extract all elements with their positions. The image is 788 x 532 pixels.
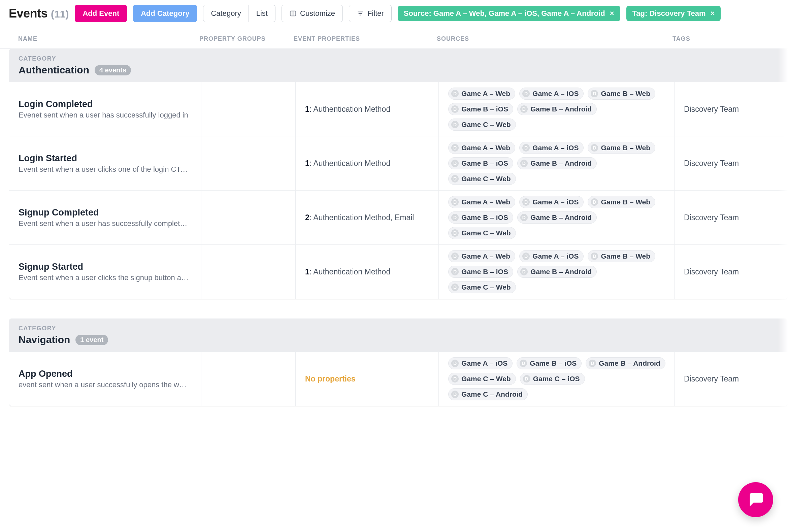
- source-chip[interactable]: DGame A – iOS: [519, 196, 584, 208]
- table-row[interactable]: Login Completed Evenet sent when a user …: [9, 82, 788, 136]
- source-badge-icon: D: [522, 198, 530, 206]
- page-title-wrap: Events (11): [9, 6, 69, 21]
- category-count-badge: 4 events: [95, 65, 131, 75]
- source-badge-icon: D: [451, 160, 459, 167]
- filter-pill-tag[interactable]: Tag: Discovery Team ×: [626, 6, 721, 21]
- source-chip[interactable]: DGame A – iOS: [519, 250, 584, 262]
- table-row[interactable]: Login Started Event sent when a user cli…: [9, 136, 788, 190]
- table-row[interactable]: App Opened event sent when a user succes…: [9, 352, 788, 406]
- view-list-button[interactable]: List: [249, 5, 275, 22]
- source-badge-icon: D: [451, 175, 459, 182]
- col-sources: Sources: [429, 35, 665, 42]
- close-icon[interactable]: ×: [711, 9, 715, 18]
- chat-icon: [747, 490, 764, 509]
- source-badge-icon: D: [451, 198, 459, 206]
- category-header[interactable]: Category Authentication 4 events: [9, 49, 788, 82]
- source-chip[interactable]: DGame C – Web: [448, 373, 516, 385]
- event-properties-text: 1: Authentication Method: [305, 267, 390, 276]
- source-badge-icon: D: [589, 360, 596, 367]
- view-category-button[interactable]: Category: [203, 5, 249, 22]
- category-header[interactable]: Category Navigation 1 event: [9, 319, 788, 352]
- source-chip-label: Game B – iOS: [530, 359, 576, 367]
- source-chip-label: Game A – iOS: [461, 359, 508, 367]
- source-chip-label: Game A – Web: [461, 144, 510, 152]
- source-chip[interactable]: DGame B – Web: [588, 142, 655, 154]
- source-badge-icon: D: [520, 105, 528, 113]
- source-badge-icon: D: [591, 144, 598, 152]
- source-chip-label: Game A – iOS: [532, 90, 578, 98]
- source-chip[interactable]: DGame B – Web: [588, 196, 655, 208]
- cell-tags: Discovery Team: [674, 245, 788, 299]
- source-badge-icon: D: [451, 375, 459, 382]
- event-name: Signup Started: [19, 262, 83, 272]
- source-chip[interactable]: DGame C – Android: [448, 388, 528, 400]
- svg-rect-0: [290, 11, 296, 16]
- source-chip[interactable]: DGame C – Web: [448, 281, 516, 293]
- customize-button[interactable]: Customize: [281, 5, 343, 22]
- source-chip[interactable]: DGame A – Web: [448, 250, 515, 262]
- event-description: Event sent when a user clicks the signup…: [19, 273, 190, 282]
- source-chip-label: Game A – Web: [461, 90, 510, 98]
- source-badge-icon: D: [522, 90, 530, 97]
- source-badge-icon: D: [522, 253, 530, 260]
- event-properties-text: 1: Authentication Method: [305, 105, 390, 114]
- tag-text: Discovery Team: [684, 267, 739, 276]
- source-chip[interactable]: DGame A – iOS: [519, 142, 584, 154]
- source-chip[interactable]: DGame B – Web: [588, 250, 655, 262]
- source-chip[interactable]: DGame B – Android: [586, 357, 665, 369]
- source-chip[interactable]: DGame A – iOS: [448, 357, 513, 369]
- source-chip-label: Game B – Web: [601, 144, 650, 152]
- source-chip[interactable]: DGame A – Web: [448, 196, 515, 208]
- event-properties-text: 2: Authentication Method, Email: [305, 213, 414, 222]
- table-row[interactable]: Signup Started Event sent when a user cl…: [9, 244, 788, 299]
- toolbar: Events (11) Add Event Add Category Categ…: [0, 0, 788, 29]
- table-row[interactable]: Signup Completed Event sent when a user …: [9, 190, 788, 244]
- source-chip-label: Game C – Web: [461, 175, 511, 183]
- event-description: Event sent when a user clicks one of the…: [19, 165, 190, 174]
- source-badge-icon: D: [591, 253, 598, 260]
- source-chip[interactable]: DGame C – Web: [448, 119, 516, 131]
- cell-tags: Discovery Team: [674, 352, 788, 406]
- filter-label: Filter: [368, 9, 384, 18]
- add-event-button[interactable]: Add Event: [75, 5, 127, 22]
- filter-button[interactable]: Filter: [349, 5, 392, 22]
- category-name: Navigation: [19, 334, 70, 346]
- source-chip-label: Game C – Android: [461, 390, 523, 398]
- source-chip[interactable]: DGame B – Web: [588, 87, 655, 100]
- source-chip[interactable]: DGame C – iOS: [520, 373, 585, 385]
- table-body: Category Authentication 4 events Login C…: [0, 49, 788, 439]
- source-chip[interactable]: DGame B – iOS: [448, 266, 513, 278]
- source-chip[interactable]: DGame C – Web: [448, 227, 516, 239]
- source-chip-label: Game B – Android: [599, 359, 660, 367]
- event-properties-text: 1: Authentication Method: [305, 159, 390, 168]
- add-category-button[interactable]: Add Category: [133, 5, 197, 22]
- source-chip-label: Game B – Android: [530, 214, 592, 221]
- event-description: Event sent when a user has successfully …: [19, 219, 190, 228]
- source-chip[interactable]: DGame B – Android: [517, 212, 597, 223]
- cell-event-properties: 1: Authentication Method: [295, 245, 438, 299]
- source-chip-label: Game C – Web: [461, 121, 511, 129]
- cell-tags: Discovery Team: [674, 136, 788, 190]
- source-chip[interactable]: DGame B – iOS: [517, 357, 582, 369]
- cell-event-properties: 2: Authentication Method, Email: [295, 191, 438, 244]
- category-block: Category Navigation 1 event App Opened e…: [9, 318, 788, 406]
- source-chip[interactable]: DGame A – Web: [448, 142, 515, 154]
- source-chip[interactable]: DGame A – iOS: [519, 87, 584, 100]
- cell-sources: DGame A – WebDGame A – iOSDGame B – WebD…: [438, 245, 674, 299]
- filter-pill-source[interactable]: Source: Game A – Web, Game A – iOS, Game…: [398, 6, 620, 21]
- source-chip[interactable]: DGame B – iOS: [448, 157, 513, 169]
- close-icon[interactable]: ×: [610, 9, 614, 18]
- source-chip[interactable]: DGame B – iOS: [448, 212, 513, 223]
- source-chip[interactable]: DGame B – iOS: [448, 103, 513, 115]
- source-chip[interactable]: DGame B – Android: [517, 266, 597, 278]
- chat-fab[interactable]: [738, 482, 773, 517]
- category-label: Category: [19, 55, 201, 62]
- source-chip[interactable]: DGame C – Web: [448, 173, 516, 185]
- tag-text: Discovery Team: [684, 159, 739, 168]
- source-badge-icon: D: [451, 253, 459, 260]
- source-chip[interactable]: DGame B – Android: [517, 103, 597, 115]
- source-chip[interactable]: DGame B – Android: [517, 157, 597, 169]
- source-badge-icon: D: [591, 198, 598, 206]
- cell-sources: DGame A – iOSDGame B – iOSDGame B – Andr…: [438, 352, 674, 406]
- source-chip[interactable]: DGame A – Web: [448, 87, 515, 100]
